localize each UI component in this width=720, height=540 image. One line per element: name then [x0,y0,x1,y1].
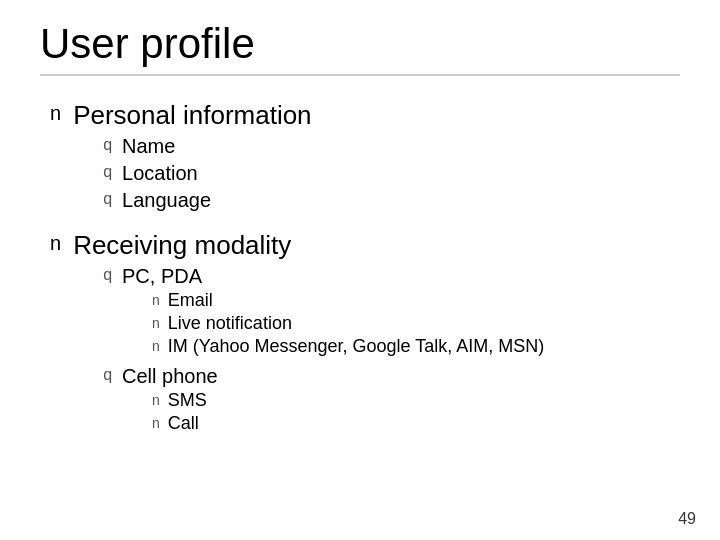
pc-pda-sub-list: n Email n Live notification n IM (Yahoo [122,290,544,357]
list-item-language: q Language [103,189,311,212]
section-personal-information-label: Personal information [73,100,311,130]
q-marker-cell-phone: q [103,366,112,384]
list-item-pc-pda: q PC, PDA n Email n Live notifica [103,265,544,361]
section-receiving-modality-body: Receiving modality q PC, PDA n Email [73,230,544,442]
section-personal-information: n Personal information q Name q Location… [50,100,680,216]
list-item-live-notification: n Live notification [152,313,544,334]
section-bullet-marker: n [50,102,61,125]
n-marker-im: n [152,338,160,354]
n-marker-call: n [152,415,160,431]
list-item-im: n IM (Yahoo Messenger, Google Talk, AIM,… [152,336,544,357]
item-email-label: Email [168,290,213,311]
item-location-label: Location [122,162,198,185]
q-marker-name: q [103,136,112,154]
item-live-notification-label: Live notification [168,313,292,334]
pc-pda-body: PC, PDA n Email n Live notification [122,265,544,361]
page-number: 49 [678,510,696,528]
list-item-location: q Location [103,162,311,185]
section-receiving-modality: n Receiving modality q PC, PDA n Email [50,230,680,442]
q-marker-pc-pda: q [103,266,112,284]
item-name-label: Name [122,135,175,158]
receiving-modality-sub-list: q PC, PDA n Email n Live notifica [73,265,544,438]
cell-phone-body: Cell phone n SMS n Call [122,365,218,438]
list-item-cell-phone: q Cell phone n SMS n Call [103,365,544,438]
slide-title: User profile [40,20,680,76]
list-item-call: n Call [152,413,218,434]
n-marker-live-notification: n [152,315,160,331]
section-receiving-modality-label: Receiving modality [73,230,291,260]
q-marker-location: q [103,163,112,181]
section-personal-information-body: Personal information q Name q Location q… [73,100,311,216]
list-item-email: n Email [152,290,544,311]
personal-information-sub-list: q Name q Location q Language [73,135,311,212]
item-cell-phone-label: Cell phone [122,365,218,387]
section-bullet-marker-2: n [50,232,61,255]
slide: User profile n Personal information q Na… [0,0,720,540]
cell-phone-sub-list: n SMS n Call [122,390,218,434]
slide-content: n Personal information q Name q Location… [40,100,680,442]
item-pc-pda-label: PC, PDA [122,265,202,287]
item-sms-label: SMS [168,390,207,411]
item-language-label: Language [122,189,211,212]
item-im-label: IM (Yahoo Messenger, Google Talk, AIM, M… [168,336,545,357]
list-item-name: q Name [103,135,311,158]
n-marker-email: n [152,292,160,308]
q-marker-language: q [103,190,112,208]
n-marker-sms: n [152,392,160,408]
list-item-sms: n SMS [152,390,218,411]
item-call-label: Call [168,413,199,434]
